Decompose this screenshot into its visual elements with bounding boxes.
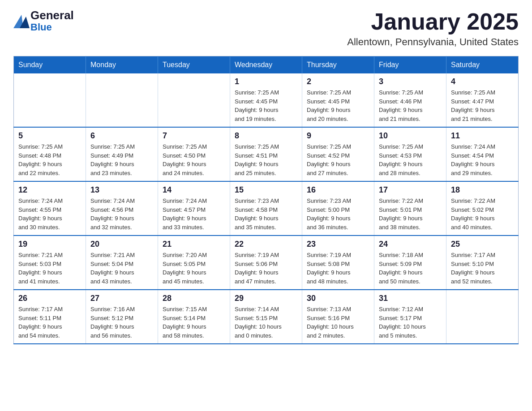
week-row-1: 1Sunrise: 7:25 AM Sunset: 4:45 PM Daylig… [14, 73, 519, 127]
day-info: Sunrise: 7:17 AM Sunset: 5:10 PM Dayligh… [451, 251, 514, 286]
calendar-body: 1Sunrise: 7:25 AM Sunset: 4:45 PM Daylig… [14, 73, 519, 344]
day-info: Sunrise: 7:25 AM Sunset: 4:49 PM Dayligh… [90, 142, 153, 177]
page-header: General Blue January 2025 Allentown, Pen… [13, 9, 519, 48]
day-info: Sunrise: 7:15 AM Sunset: 5:14 PM Dayligh… [163, 305, 225, 340]
day-info: Sunrise: 7:25 AM Sunset: 4:46 PM Dayligh… [379, 88, 442, 123]
calendar-cell [446, 290, 519, 344]
day-number: 20 [90, 240, 153, 249]
day-number: 21 [163, 240, 225, 249]
logo-area: General Blue [13, 9, 74, 33]
day-number: 27 [90, 294, 153, 303]
day-number: 26 [18, 294, 81, 303]
day-info: Sunrise: 7:18 AM Sunset: 5:09 PM Dayligh… [379, 251, 442, 286]
day-info: Sunrise: 7:16 AM Sunset: 5:12 PM Dayligh… [90, 305, 153, 340]
header-day-wednesday: Wednesday [230, 56, 302, 74]
day-info: Sunrise: 7:14 AM Sunset: 5:15 PM Dayligh… [235, 305, 297, 340]
day-number: 15 [235, 185, 297, 195]
calendar-cell: 13Sunrise: 7:24 AM Sunset: 4:56 PM Dayli… [86, 181, 158, 235]
calendar-cell: 22Sunrise: 7:19 AM Sunset: 5:06 PM Dayli… [230, 235, 302, 290]
logo-general-text: General [30, 9, 74, 22]
day-info: Sunrise: 7:25 AM Sunset: 4:47 PM Dayligh… [451, 88, 514, 123]
day-number: 8 [235, 131, 297, 141]
calendar-cell: 20Sunrise: 7:21 AM Sunset: 5:04 PM Dayli… [86, 235, 158, 290]
day-info: Sunrise: 7:23 AM Sunset: 4:58 PM Dayligh… [235, 197, 297, 231]
day-info: Sunrise: 7:24 AM Sunset: 4:54 PM Dayligh… [451, 142, 514, 177]
day-info: Sunrise: 7:19 AM Sunset: 5:08 PM Dayligh… [307, 251, 369, 286]
day-info: Sunrise: 7:25 AM Sunset: 4:52 PM Dayligh… [307, 142, 369, 177]
logo-blue-text: Blue [30, 22, 74, 33]
title-area: January 2025 Allentown, Pennsylvania, Un… [347, 9, 519, 48]
day-number: 5 [18, 131, 81, 141]
day-number: 22 [235, 240, 297, 249]
calendar-cell: 19Sunrise: 7:21 AM Sunset: 5:03 PM Dayli… [14, 235, 86, 290]
calendar-cell: 7Sunrise: 7:25 AM Sunset: 4:50 PM Daylig… [158, 127, 230, 181]
header-day-thursday: Thursday [302, 56, 374, 74]
day-number: 17 [379, 185, 442, 195]
week-row-5: 26Sunrise: 7:17 AM Sunset: 5:11 PM Dayli… [14, 290, 519, 344]
calendar-cell: 8Sunrise: 7:25 AM Sunset: 4:51 PM Daylig… [230, 127, 302, 181]
day-number: 1 [235, 77, 297, 86]
day-number: 19 [18, 240, 81, 249]
day-info: Sunrise: 7:25 AM Sunset: 4:48 PM Dayligh… [18, 142, 81, 177]
day-number: 10 [379, 131, 442, 141]
header-row: SundayMondayTuesdayWednesdayThursdayFrid… [14, 56, 519, 74]
day-info: Sunrise: 7:22 AM Sunset: 5:02 PM Dayligh… [451, 197, 514, 231]
day-number: 23 [307, 240, 369, 249]
calendar-cell: 4Sunrise: 7:25 AM Sunset: 4:47 PM Daylig… [446, 73, 519, 127]
day-number: 28 [163, 294, 225, 303]
day-number: 7 [163, 131, 225, 141]
calendar-cell: 30Sunrise: 7:13 AM Sunset: 5:16 PM Dayli… [302, 290, 374, 344]
header-day-sunday: Sunday [14, 56, 86, 74]
calendar-cell [158, 73, 230, 127]
calendar-cell: 25Sunrise: 7:17 AM Sunset: 5:10 PM Dayli… [446, 235, 519, 290]
calendar-cell: 16Sunrise: 7:23 AM Sunset: 5:00 PM Dayli… [302, 181, 374, 235]
day-info: Sunrise: 7:22 AM Sunset: 5:01 PM Dayligh… [379, 197, 442, 231]
day-number: 24 [379, 240, 442, 249]
header-day-tuesday: Tuesday [158, 56, 230, 74]
day-info: Sunrise: 7:25 AM Sunset: 4:45 PM Dayligh… [235, 88, 297, 123]
calendar-cell: 27Sunrise: 7:16 AM Sunset: 5:12 PM Dayli… [86, 290, 158, 344]
day-info: Sunrise: 7:19 AM Sunset: 5:06 PM Dayligh… [235, 251, 297, 286]
calendar-cell: 24Sunrise: 7:18 AM Sunset: 5:09 PM Dayli… [374, 235, 446, 290]
day-info: Sunrise: 7:12 AM Sunset: 5:17 PM Dayligh… [379, 305, 442, 340]
calendar-header: SundayMondayTuesdayWednesdayThursdayFrid… [14, 56, 519, 74]
day-info: Sunrise: 7:25 AM Sunset: 4:50 PM Dayligh… [163, 142, 225, 177]
logo: General Blue [13, 9, 74, 33]
day-info: Sunrise: 7:20 AM Sunset: 5:05 PM Dayligh… [163, 251, 225, 286]
day-number: 3 [379, 77, 442, 86]
calendar-cell [86, 73, 158, 127]
calendar-cell: 1Sunrise: 7:25 AM Sunset: 4:45 PM Daylig… [230, 73, 302, 127]
day-info: Sunrise: 7:25 AM Sunset: 4:53 PM Dayligh… [379, 142, 442, 177]
day-number: 25 [451, 240, 514, 249]
day-info: Sunrise: 7:23 AM Sunset: 5:00 PM Dayligh… [307, 197, 369, 231]
day-number: 18 [451, 185, 514, 195]
calendar-cell: 15Sunrise: 7:23 AM Sunset: 4:58 PM Dayli… [230, 181, 302, 235]
calendar-cell [14, 73, 86, 127]
day-number: 4 [451, 77, 514, 86]
day-number: 16 [307, 185, 369, 195]
calendar-cell: 23Sunrise: 7:19 AM Sunset: 5:08 PM Dayli… [302, 235, 374, 290]
calendar-cell: 18Sunrise: 7:22 AM Sunset: 5:02 PM Dayli… [446, 181, 519, 235]
location-subtitle: Allentown, Pennsylvania, United States [347, 36, 519, 48]
day-number: 14 [163, 185, 225, 195]
day-info: Sunrise: 7:25 AM Sunset: 4:51 PM Dayligh… [235, 142, 297, 177]
header-day-saturday: Saturday [446, 56, 519, 74]
day-info: Sunrise: 7:13 AM Sunset: 5:16 PM Dayligh… [307, 305, 369, 340]
day-info: Sunrise: 7:24 AM Sunset: 4:57 PM Dayligh… [163, 197, 225, 231]
day-number: 2 [307, 77, 369, 86]
day-number: 9 [307, 131, 369, 141]
day-number: 30 [307, 294, 369, 303]
day-number: 12 [18, 185, 81, 195]
logo-icon [13, 12, 30, 29]
calendar-table: SundayMondayTuesdayWednesdayThursdayFrid… [13, 56, 519, 344]
calendar-cell: 17Sunrise: 7:22 AM Sunset: 5:01 PM Dayli… [374, 181, 446, 235]
day-info: Sunrise: 7:24 AM Sunset: 4:56 PM Dayligh… [90, 197, 153, 231]
calendar-cell: 14Sunrise: 7:24 AM Sunset: 4:57 PM Dayli… [158, 181, 230, 235]
calendar-cell: 6Sunrise: 7:25 AM Sunset: 4:49 PM Daylig… [86, 127, 158, 181]
calendar-cell: 9Sunrise: 7:25 AM Sunset: 4:52 PM Daylig… [302, 127, 374, 181]
day-number: 11 [451, 131, 514, 141]
calendar-cell: 11Sunrise: 7:24 AM Sunset: 4:54 PM Dayli… [446, 127, 519, 181]
week-row-2: 5Sunrise: 7:25 AM Sunset: 4:48 PM Daylig… [14, 127, 519, 181]
day-info: Sunrise: 7:21 AM Sunset: 5:03 PM Dayligh… [18, 251, 81, 286]
calendar-cell: 31Sunrise: 7:12 AM Sunset: 5:17 PM Dayli… [374, 290, 446, 344]
